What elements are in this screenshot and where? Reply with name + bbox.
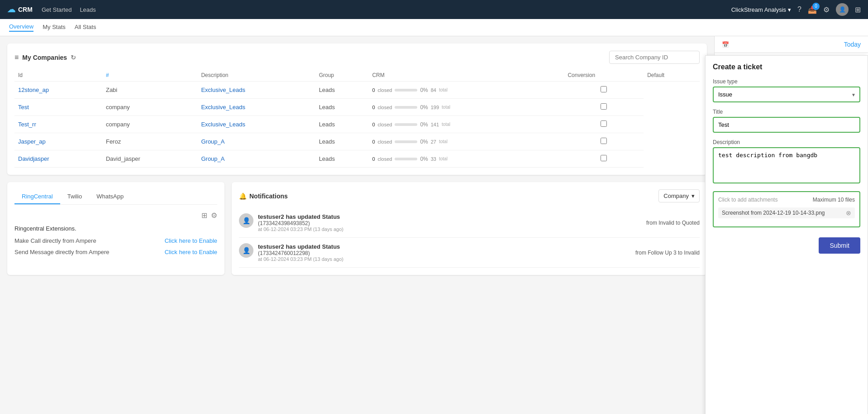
notification-item: 👤 testuser2 has updated Status (17334247… xyxy=(239,238,700,268)
company-group-cell: Exclusive_Leads xyxy=(197,116,315,133)
company-id-cell[interactable]: Test xyxy=(14,99,102,116)
col-conversion: Conversion xyxy=(564,69,644,82)
search-company-input[interactable] xyxy=(609,51,700,64)
default-checkbox[interactable] xyxy=(601,155,607,161)
notification-icon[interactable]: 📥 0 xyxy=(808,5,817,14)
send-message-enable-link[interactable]: Click here to Enable xyxy=(165,249,217,255)
attachment-file-item: Screenshot from 2024-12-19 10-14-33.png … xyxy=(718,207,855,218)
make-call-row: Make Call directly from Ampere Click her… xyxy=(14,237,217,244)
grid-view-icon[interactable]: ⊞ xyxy=(201,211,207,220)
table-row: Jasper_ap Feroz Group_A Leads 0 closed 0… xyxy=(14,133,700,150)
nav-leads[interactable]: Leads xyxy=(80,6,95,13)
total-label: total xyxy=(442,105,450,110)
ringcentral-content-label: Ringcentral Extensions. xyxy=(14,225,217,232)
notif-avatar: 👤 xyxy=(239,243,253,258)
notif-user: testuser2 has updated Status xyxy=(258,213,642,220)
title-input[interactable] xyxy=(713,117,860,133)
notifications-list: 👤 testuser2 has updated Status (17334243… xyxy=(239,208,700,268)
closed-num: 0 xyxy=(372,87,375,93)
top-navigation: ☁ CRM Get Started Leads ClickStream Anal… xyxy=(0,0,868,19)
settings-icon[interactable]: ⚙ xyxy=(823,5,830,14)
default-checkbox[interactable] xyxy=(601,120,607,127)
subnav-my-stats[interactable]: My Stats xyxy=(43,24,66,31)
communication-tabs: RingCentral Twilio WhatsApp xyxy=(14,189,217,205)
ringcentral-card: RingCentral Twilio WhatsApp ⊞ ⚙ Ringcent… xyxy=(7,182,224,275)
send-message-row: Send Message directly from Ampere Click … xyxy=(14,249,217,255)
company-crm-cell: Leads xyxy=(315,99,369,116)
company-desc-cell: Feroz xyxy=(102,133,198,150)
logo[interactable]: ☁ CRM xyxy=(7,5,33,14)
company-id-cell[interactable]: Jasper_ap xyxy=(14,133,102,150)
clickstream-dropdown[interactable]: ClickStream Analysis ▾ xyxy=(731,6,791,13)
col-default: Default xyxy=(644,69,700,82)
subnav-all-stats[interactable]: All Stats xyxy=(75,24,96,31)
company-id-cell[interactable]: 12stone_ap xyxy=(14,82,102,99)
company-default-cell[interactable] xyxy=(564,133,644,150)
make-call-label: Make Call directly from Ampere xyxy=(14,237,96,244)
remove-attachment-button[interactable]: ⊗ xyxy=(846,209,851,217)
issue-type-select[interactable]: Issue xyxy=(713,87,860,102)
subnav-overview[interactable]: Overview xyxy=(9,23,33,32)
company-conversion-cell: 0 closed 0% 84 total xyxy=(368,82,564,99)
click-add-attachments[interactable]: Click to add attachments xyxy=(718,197,777,203)
progress-bar-bg xyxy=(395,158,417,160)
nav-get-started[interactable]: Get Started xyxy=(42,6,72,13)
company-group-cell: Exclusive_Leads xyxy=(197,82,315,99)
company-default-cell[interactable] xyxy=(564,150,644,168)
company-crm-cell: Leads xyxy=(315,133,369,150)
make-call-enable-link[interactable]: Click here to Enable xyxy=(165,237,217,244)
pct-label: 0% xyxy=(420,87,428,93)
notif-body: testuser2 has updated Status (1733424398… xyxy=(258,213,642,232)
company-crm-cell: Leads xyxy=(315,150,369,168)
company-id-cell[interactable]: Test_rr xyxy=(14,116,102,133)
notif-time: at 06-12-2024 03:23 PM (13 days ago) xyxy=(258,226,642,232)
company-group-cell: Group_A xyxy=(197,150,315,168)
companies-title: ≡ My Companies ↻ xyxy=(14,53,76,62)
company-id-cell[interactable]: Davidjasper xyxy=(14,150,102,168)
default-checkbox[interactable] xyxy=(601,103,607,110)
description-textarea[interactable]: test description from bangdb xyxy=(713,147,860,183)
notif-id: (1733424760012298) xyxy=(258,250,631,256)
submit-button[interactable]: Submit xyxy=(819,237,860,254)
notifications-filter-dropdown[interactable]: Company ▾ xyxy=(658,189,700,202)
tab-whatsapp[interactable]: WhatsApp xyxy=(89,189,131,204)
grid-icon[interactable]: ⊞ xyxy=(855,5,861,14)
issue-type-field: Issue type Issue xyxy=(713,78,860,102)
today-button[interactable]: Today xyxy=(844,41,861,48)
main-layout: ≡ My Companies ↻ Id # Description Group … xyxy=(0,36,868,414)
nav-links: Get Started Leads xyxy=(42,6,96,13)
table-row: Test company Exclusive_Leads Leads 0 clo… xyxy=(14,99,700,116)
pct-label: 0% xyxy=(420,139,428,145)
bottom-row: RingCentral Twilio WhatsApp ⊞ ⚙ Ringcent… xyxy=(7,182,707,275)
tab-twilio[interactable]: Twilio xyxy=(60,189,90,204)
company-default-cell[interactable] xyxy=(564,82,644,99)
avatar[interactable]: 👤 xyxy=(836,3,849,16)
dropdown-label: Company xyxy=(663,193,689,199)
tab-ringcentral[interactable]: RingCentral xyxy=(14,189,60,204)
attachment-field: Click to add attachments Maximum 10 file… xyxy=(713,191,860,227)
default-checkbox[interactable] xyxy=(601,86,607,92)
company-desc-cell: David_jasper xyxy=(102,150,198,168)
notification-item: 👤 testuser2 has updated Status (17334243… xyxy=(239,208,700,238)
attachment-box[interactable]: Click to add attachments Maximum 10 file… xyxy=(713,191,860,227)
notif-status: from Follow Up 3 to Invalid xyxy=(635,250,700,256)
refresh-icon[interactable]: ↻ xyxy=(71,54,76,61)
total-label: total xyxy=(439,156,448,161)
company-desc-cell: company xyxy=(102,99,198,116)
notifications-header: 🔔 Notifications Company ▾ xyxy=(239,189,700,202)
help-icon[interactable]: ? xyxy=(797,5,801,14)
default-checkbox[interactable] xyxy=(601,138,607,144)
left-content: ≡ My Companies ↻ Id # Description Group … xyxy=(0,36,714,414)
settings-icon-small[interactable]: ⚙ xyxy=(211,211,217,220)
company-default-cell[interactable] xyxy=(564,116,644,133)
total-num: 141 xyxy=(431,122,439,127)
dropdown-chevron-icon: ▾ xyxy=(692,193,695,199)
notification-badge: 0 xyxy=(812,3,820,10)
col-description: Description xyxy=(197,69,315,82)
companies-table: Id # Description Group CRM Conversion De… xyxy=(14,69,700,168)
total-label: total xyxy=(439,87,448,92)
companies-title-text: My Companies xyxy=(22,54,67,61)
closed-num: 0 xyxy=(372,122,375,127)
closed-badge: closed xyxy=(378,156,392,162)
company-default-cell[interactable] xyxy=(564,99,644,116)
